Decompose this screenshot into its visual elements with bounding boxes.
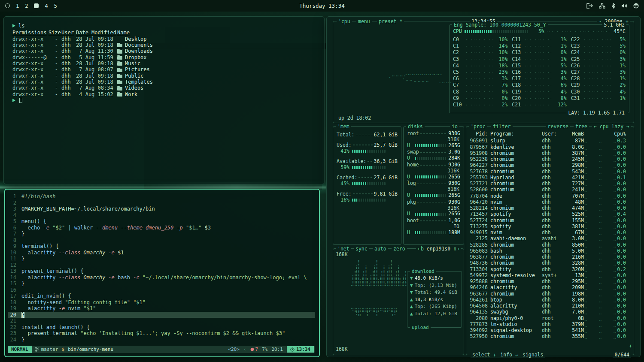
process-row[interactable]: 2125avahi-daemonavahi3.0M⣀⠀⠀⠀⣀⠀⠀⠀⣀0.0 — [469, 235, 631, 241]
process-row[interactable]: 255793Hyprlanddhh421M⣀⠀⠀⠀⣀⠀⠀⠀⣀0.1 — [469, 175, 631, 181]
process-row[interactable]: 528214chromiumdhh474M⣀⠀⠀⠀⣀⠀⠀⠀⣀0.0 — [469, 205, 631, 211]
process-row[interactable]: 713457spotifydhh525M⣀⠀⠀⠀⣀⠀⠀⠀⣀0.4 — [469, 211, 631, 217]
process-row[interactable]: 925888chromiumdhh295M⣀⠀⠀⠀⣀⠀⠀⠀⣀0.0 — [469, 278, 631, 284]
process-row[interactable]: 951908chromiumdhh387M⣀⠀⠀⠀⣀⠀⠀⠀⣀0.0 — [469, 150, 631, 156]
globe-icon[interactable] — [633, 3, 639, 9]
code-text: terminal() { — [21, 243, 315, 250]
empty-prompt-line[interactable] — [12, 98, 324, 103]
disk-used-row: U265G — [407, 211, 460, 217]
process-row[interactable]: 964135swaybgdhh7.0M⣀⠀⠀⠀⣀⠀⠀⠀⣀0.0 — [469, 309, 631, 315]
disk-io-value: 316K — [407, 168, 460, 174]
process-row[interactable]: 965091slurpdhh87M⣀⠀⠀⠀⣀⠀⠀⠀⣀0.3 — [469, 138, 631, 144]
header-user[interactable]: User: — [542, 131, 562, 137]
process-row[interactable]: 948736chromiumdhh328M⣀⠀⠀⠀⣀⠀⠀⠀⣀0.0 — [469, 260, 631, 266]
disk-io-value: 316K — [407, 137, 460, 143]
process-program: chromium — [490, 254, 542, 260]
network-icon[interactable] — [599, 3, 605, 9]
mem-box-label[interactable]: 'mem — [336, 124, 351, 130]
header-pid[interactable]: Pid: — [469, 131, 490, 137]
process-row[interactable]: 713275spotifydhh381M⣀⠀⠀⠀⣀⠀⠀⠀⣀0.0 — [469, 223, 631, 229]
logout-icon[interactable] — [586, 3, 593, 9]
core-percent: 12% — [554, 102, 567, 108]
process-row[interactable]: 2080napi/phy0-0root0B⣀⠀⠀⠀⣀⠀⠀⠀⣀0.0 — [469, 315, 631, 321]
workspace-1[interactable]: 1 — [16, 3, 19, 9]
process-row[interactable]: 527724chromiumdhh155M⣀⠀⠀⠀⣀⠀⠀⠀⣀0.0 — [469, 217, 631, 223]
process-row[interactable]: 527721chromiumdhh727M⣀⠀⠀⠀⣀⠀⠀⠀⣀0.0 — [469, 181, 631, 187]
process-row[interactable]: 949015nvimdhh67M⣀⠀⠀⠀⣀⠀⠀⠀⣀0.0 — [469, 229, 631, 235]
process-row[interactable]: 964261btopdhh8.0M⣀⠀⠀⠀⣀⠀⠀⠀⣀0.0 — [469, 297, 631, 303]
core-meter — [584, 72, 611, 73]
io-toggle[interactable]: io — [450, 124, 459, 130]
process-pid: 964720 — [469, 199, 490, 205]
net-sync-toggle[interactable]: sync — [354, 246, 369, 252]
preset-button[interactable]: preset * — [377, 18, 404, 24]
process-cpu-percent: 0.0 — [611, 144, 626, 150]
volume-icon[interactable] — [621, 3, 627, 9]
interval-decrease[interactable]: - — [599, 18, 602, 24]
process-row[interactable]: 777873lm-studiodhh379M⣀⠀⠀⠀⣀⠀⠀⠀⣀0.0 — [469, 321, 631, 327]
process-row[interactable]: 778704nodedhh707M⣀⠀⠀⠀⣀⠀⠀⠀⣀0.0 — [469, 193, 631, 199]
net-auto-toggle[interactable]: auto — [373, 246, 388, 252]
ls-size: - — [49, 85, 61, 91]
iface-next[interactable]: n→ — [453, 246, 459, 252]
menu-button[interactable]: menu — [356, 18, 372, 24]
signals-label[interactable]: signals — [522, 352, 543, 358]
tree-button[interactable]: tree — [574, 124, 589, 130]
code-line: 1#!/bin/bash — [8, 193, 315, 200]
terminal-window-ls[interactable]: ls Permissions Size User Date Modified N… — [3, 16, 325, 184]
process-row[interactable]: 964246alacrittydhh209M⣀⠀⠀⠀⣀⠀⠀⠀⣀0.0 — [469, 284, 631, 290]
workspace-indicator-ring[interactable] — [5, 3, 10, 8]
process-row[interactable]: 964508alacrittydhh210M⣀⠀⠀⠀⣀⠀⠀⠀⣀0.0 — [469, 303, 631, 309]
process-row[interactable]: 964227chromiumdhh298M⣀⠀⠀⠀⣀⠀⠀⠀⣀0.0 — [469, 162, 631, 168]
net-zero-toggle[interactable]: zero — [392, 246, 407, 252]
process-row[interactable]: 549972systemd-resolvesyst+13M⣀⠀⠀⠀⣀⠀⠀⠀⣀0.… — [469, 272, 631, 278]
process-row[interactable]: 528600chromiumdhh241M⣀⠀⠀⠀⣀⠀⠀⠀⣀0.0 — [469, 187, 631, 193]
net-interface-selector[interactable]: ←b enp191s0 n→ — [416, 246, 461, 252]
info-key[interactable]: ↵ — [515, 352, 518, 358]
mem-stat-leader — [353, 145, 373, 145]
process-row[interactable]: 952238chromiumdhh245M⣀⠀⠀⠀⣀⠀⠀⠀⣀0.0 — [469, 156, 631, 162]
header-cpu[interactable]: Cpu% — [611, 131, 626, 137]
core-meter — [466, 52, 492, 54]
cpu-box-label[interactable]: 'cpu — [337, 18, 352, 24]
process-row[interactable]: 713304spotifydhh320M⣀⠀⠀⠀⣀⠀⠀⠀⣀0.2 — [469, 266, 631, 272]
process-cpu-graph: ⣀⠀⠀⠀⣀⠀⠀⠀⣀ — [584, 321, 611, 327]
process-row[interactable]: 963877chromiumdhh216M⣀⠀⠀⠀⣀⠀⠀⠀⣀0.0 — [469, 254, 631, 260]
ls-size: - — [49, 79, 61, 85]
sort-column-selector[interactable]: ← cpu lazy → — [592, 124, 631, 130]
proc-box-label[interactable]: 'proc — [469, 124, 487, 130]
neovim-window[interactable]: 1#!/bin/bash23OMARCHY_BIN_PATH=~/.local/… — [4, 189, 320, 357]
scroll-down-indicator[interactable]: ↓ — [629, 343, 632, 349]
process-row[interactable]: 527678chromiumdhh543M⣀⠀⠀⠀⣀⠀⠀⠀⣀0.0 — [469, 169, 631, 175]
process-row[interactable]: 963677chromiumdhh198M⣀⠀⠀⠀⣀⠀⠀⠀⣀0.0 — [469, 291, 631, 297]
process-row[interactable]: 879567kdenlivedhh8.0G⣀⠀⠀⠀⣀⠀⠀⠀⣀0.0 — [469, 144, 631, 150]
btop-window[interactable]: 'cpu menu preset * 13:34:55 - 2000ms + ⢀… — [326, 16, 641, 357]
disks-box-label[interactable]: disks — [406, 124, 425, 130]
core-percent: 1% — [613, 75, 626, 82]
workspace-indicator-active[interactable] — [34, 3, 39, 8]
net-box-label[interactable]: 'net — [336, 246, 351, 252]
process-program: chromium — [490, 162, 542, 168]
workspace-2[interactable]: 2 — [25, 3, 28, 9]
header-memb[interactable]: MemB — [562, 131, 584, 137]
download-top: Top: (2,13 Mib) — [415, 282, 457, 290]
process-row[interactable]: 964720nvimdhh48M⣀⠀⠀⠀⣀⠀⠀⠀⣀0.0 — [469, 199, 631, 205]
process-row[interactable]: 527950chromiumdhh355M⣀⠀⠀⠀⣀⠀⠀⠀⣀0.0 — [469, 333, 631, 339]
net-scale-top: 168K — [336, 251, 348, 257]
process-memory: 543M — [562, 169, 584, 175]
process-row[interactable]: 528285chromiumdhh850M⣀⠀⠀⠀⣀⠀⠀⠀⣀0.0 — [469, 242, 631, 248]
editor-lines[interactable]: 1#!/bin/bash23OMARCHY_BIN_PATH=~/.local/… — [8, 193, 315, 343]
process-user: dhh — [542, 266, 562, 272]
reverse-button[interactable]: reverse — [546, 124, 570, 130]
iface-prev[interactable]: ←b — [418, 246, 424, 252]
workspace-5[interactable]: 5 — [54, 3, 57, 9]
filter-button[interactable]: filter — [491, 124, 513, 130]
code-text: } — [21, 337, 315, 343]
bluetooth-icon[interactable] — [611, 3, 615, 9]
workspace-4[interactable]: 4 — [45, 3, 48, 9]
ls-permissions: drwxr-xr-x — [12, 73, 49, 79]
process-row[interactable]: 394092signal-desktopdhh541M⣀⠀⠀⠀⣀⠀⠀⠀⣀0.0 — [469, 327, 631, 333]
process-row[interactable]: 965083bashdhh5.0M⣀⠀⠀⠀⣀⠀⠀⠀⣀0.0 — [469, 248, 631, 254]
select-key[interactable]: ↓ — [493, 352, 496, 358]
header-program[interactable]: Program: — [490, 131, 542, 137]
